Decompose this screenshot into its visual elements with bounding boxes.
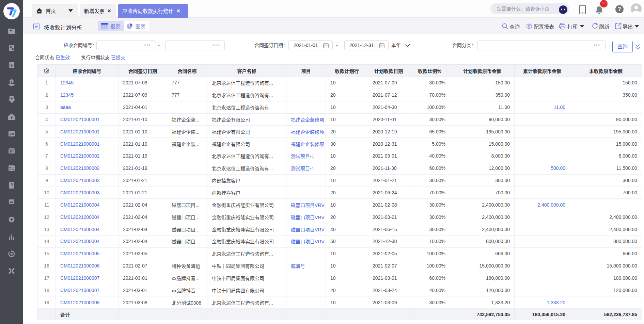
svg-text:¥: ¥ [11,97,13,100]
svg-text:¥: ¥ [11,80,12,83]
svg-text:¥: ¥ [10,132,12,136]
svg-text:¥: ¥ [11,63,13,67]
svg-text:$: $ [11,182,13,186]
svg-text:¥: ¥ [10,150,12,153]
svg-text:¥: ¥ [11,115,13,119]
